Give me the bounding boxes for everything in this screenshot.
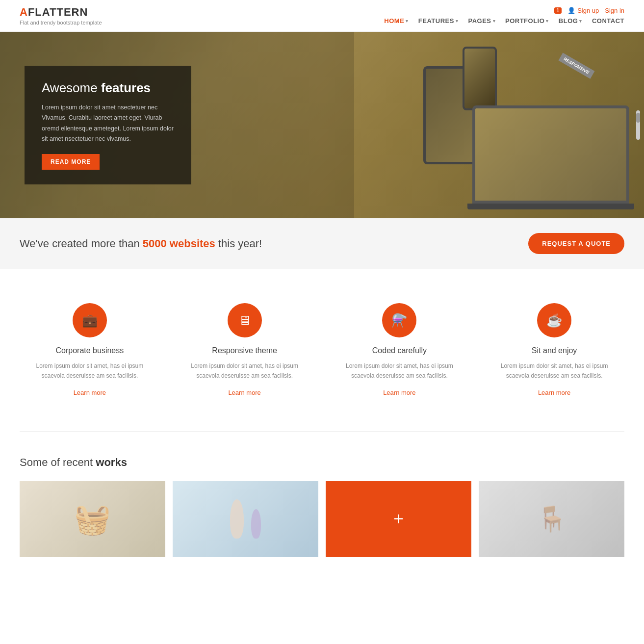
- feature-item-coded: ⚗️ Coded carefully Lorem ipsum dolor sit…: [330, 298, 470, 402]
- feature-icon-corporate: 💼: [73, 303, 107, 337]
- feature-desc-1: Lorem ipsum dolor sit amet, has ei ipsum…: [180, 361, 310, 381]
- feature-item-enjoy: ☕ Sit and enjoy Lorem ipsum dolor sit am…: [484, 298, 624, 402]
- scroll-indicator[interactable]: [636, 110, 640, 140]
- nav-portfolio[interactable]: PORTFOLIO ▾: [505, 17, 549, 25]
- main-nav: HOME ▾ FEATURES ▾ PAGES ▾ PORTFOLIO ▾ BL…: [384, 17, 624, 25]
- stats-suffix: this year!: [215, 237, 262, 250]
- request-quote-button[interactable]: REQUEST A QUOTE: [528, 233, 624, 254]
- nav-portfolio-label: PORTFOLIO: [505, 17, 544, 25]
- features-grid: 💼 Corporate business Lorem ipsum dolor s…: [20, 298, 624, 402]
- stats-bar: We've created more than 5000 websites th…: [0, 218, 644, 269]
- feature-item-responsive: 🖥 Responsive theme Lorem ipsum dolor sit…: [175, 298, 315, 402]
- phone-mockup: [463, 47, 497, 110]
- feature-link-1[interactable]: Learn more: [228, 389, 260, 396]
- feature-link-2[interactable]: Learn more: [383, 389, 415, 396]
- logo-text: AFLATTERN: [20, 6, 102, 19]
- nav-home[interactable]: HOME ▾: [384, 17, 409, 25]
- work-item-0[interactable]: 🧺: [20, 481, 165, 557]
- flask-icon: ⚗️: [391, 313, 407, 328]
- work-thumb-2: +: [326, 481, 471, 557]
- hero-title-bold: features: [101, 80, 151, 95]
- works-grid: 🧺 + 🪑: [20, 481, 624, 557]
- feature-icon-coded: ⚗️: [382, 303, 416, 337]
- feature-title-0: Corporate business: [25, 346, 155, 355]
- nav-home-label: HOME: [384, 17, 404, 25]
- plus-icon: +: [393, 509, 404, 529]
- feature-desc-2: Lorem ipsum dolor sit amet, has ei ipsum…: [335, 361, 465, 381]
- feature-link-3[interactable]: Learn more: [538, 389, 570, 396]
- coffee-icon: ☕: [546, 313, 562, 328]
- signin-link[interactable]: Sign in: [605, 7, 624, 14]
- nav-blog[interactable]: BLOG ▾: [559, 17, 582, 25]
- work-thumb-3: 🪑: [479, 481, 624, 557]
- recent-works-title-bold: works: [96, 456, 127, 468]
- phone-screen: [464, 49, 495, 108]
- user-icon: 👤: [567, 7, 575, 14]
- section-divider: [20, 431, 624, 432]
- chevron-down-icon: ▾: [546, 19, 549, 24]
- chevron-down-icon: ▾: [493, 19, 496, 24]
- recent-works-title: Some of recent works: [20, 456, 624, 469]
- laptop-base: [467, 204, 634, 209]
- table-icon: 🪑: [537, 505, 567, 533]
- nav-pages[interactable]: PAGES ▾: [468, 17, 495, 25]
- nav-blog-label: BLOG: [559, 17, 578, 25]
- nav-pages-label: PAGES: [468, 17, 491, 25]
- feature-desc-3: Lorem ipsum dolor sit amet, has ei ipsum…: [489, 361, 619, 381]
- work-item-2[interactable]: +: [326, 481, 471, 557]
- logo-name: FLATTERN: [28, 6, 88, 18]
- hero-section: Awesome features Lorem ipsum dolor sit a…: [0, 32, 644, 218]
- work-thumb-1: [173, 481, 318, 557]
- features-section: 💼 Corporate business Lorem ipsum dolor s…: [0, 269, 644, 421]
- basket-icon: 🧺: [74, 502, 111, 537]
- stats-highlight: 5000 websites: [143, 237, 215, 250]
- stats-prefix: We've created more than: [20, 237, 143, 250]
- hero-devices: Responsive: [423, 47, 629, 204]
- feature-title-2: Coded carefully: [335, 346, 465, 355]
- logo: AFLATTERN Flat and trendy bootstrap temp…: [20, 6, 102, 26]
- logo-tagline: Flat and trendy bootstrap template: [20, 20, 102, 26]
- work-thumb-0: 🧺: [20, 481, 165, 557]
- hero-content-box: Awesome features Lorem ipsum dolor sit a…: [25, 66, 191, 184]
- hero-title-normal: Awesome: [42, 80, 101, 95]
- feature-title-3: Sit and enjoy: [489, 346, 619, 355]
- hero-read-more-button[interactable]: READ MORE: [42, 154, 100, 170]
- hero-description: Lorem ipsum dolor sit amet nsectetuer ne…: [42, 103, 174, 144]
- feature-link-0[interactable]: Learn more: [74, 389, 106, 396]
- nav-contact[interactable]: CONTACT: [592, 17, 624, 25]
- monitor-icon: 🖥: [238, 313, 251, 328]
- feature-item-corporate: 💼 Corporate business Lorem ipsum dolor s…: [20, 298, 160, 402]
- logo-prefix: A: [20, 6, 28, 18]
- chevron-down-icon: ▾: [456, 19, 459, 24]
- cart-badge[interactable]: 1: [554, 7, 562, 14]
- feature-icon-responsive: 🖥: [228, 303, 262, 337]
- signup-link[interactable]: 👤 Sign up: [567, 7, 599, 14]
- responsive-badge: Responsive: [559, 53, 595, 79]
- recent-works-title-normal: Some of recent: [20, 456, 96, 468]
- work-item-1[interactable]: [173, 481, 318, 557]
- feature-desc-0: Lorem ipsum dolor sit amet, has ei ipsum…: [25, 361, 155, 381]
- scroll-thumb: [636, 113, 640, 123]
- work-item-3[interactable]: 🪑: [479, 481, 624, 557]
- stats-text: We've created more than 5000 websites th…: [20, 237, 262, 250]
- chevron-down-icon: ▾: [579, 19, 582, 24]
- recent-works-section: Some of recent works 🧺 + 🪑: [0, 441, 644, 567]
- top-auth: 1 👤 Sign up Sign in: [554, 7, 624, 14]
- feature-title-1: Responsive theme: [180, 346, 310, 355]
- briefcase-icon: 💼: [82, 313, 98, 328]
- laptop-mockup: [472, 105, 629, 204]
- chevron-down-icon: ▾: [406, 19, 409, 24]
- nav-contact-label: CONTACT: [592, 17, 624, 25]
- laptop-screen: [475, 108, 626, 201]
- header-right: 1 👤 Sign up Sign in HOME ▾ FEATURES ▾ PA…: [384, 7, 624, 25]
- nav-features-label: FEATURES: [418, 17, 454, 25]
- header: AFLATTERN Flat and trendy bootstrap temp…: [0, 0, 644, 32]
- feature-icon-enjoy: ☕: [537, 303, 571, 337]
- nav-features[interactable]: FEATURES ▾: [418, 17, 459, 25]
- hero-title: Awesome features: [42, 80, 174, 96]
